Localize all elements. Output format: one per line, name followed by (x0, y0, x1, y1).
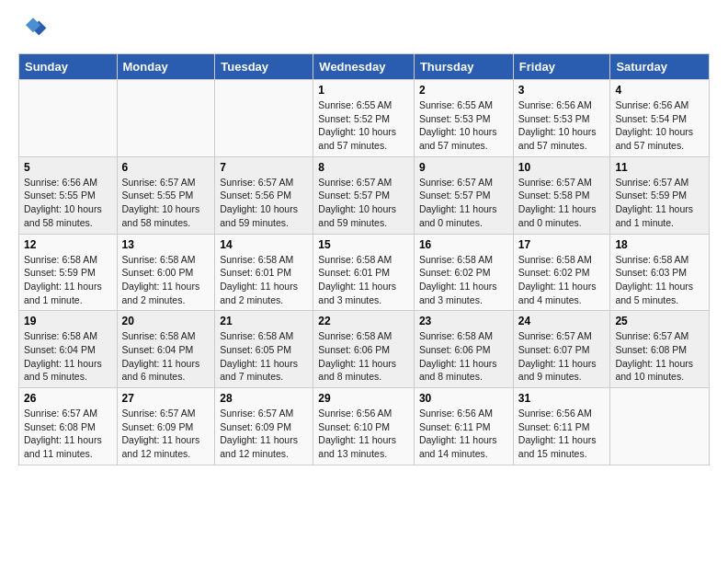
day-info: Sunrise: 6:57 AM Sunset: 6:08 PM Dayligh… (24, 407, 112, 461)
day-info: Sunrise: 6:57 AM Sunset: 5:59 PM Dayligh… (615, 176, 704, 230)
day-number: 21 (220, 315, 308, 327)
day-info: Sunrise: 6:56 AM Sunset: 6:10 PM Dayligh… (318, 407, 409, 461)
day-info: Sunrise: 6:58 AM Sunset: 5:59 PM Dayligh… (24, 253, 112, 307)
day-info: Sunrise: 6:56 AM Sunset: 6:11 PM Dayligh… (419, 407, 508, 461)
day-info: Sunrise: 6:58 AM Sunset: 6:04 PM Dayligh… (122, 329, 210, 384)
day-number: 10 (518, 161, 606, 174)
day-info: Sunrise: 6:56 AM Sunset: 6:11 PM Dayligh… (518, 407, 606, 461)
day-info: Sunrise: 6:57 AM Sunset: 6:09 PM Dayligh… (220, 407, 308, 461)
calendar-cell: 3Sunrise: 6:56 AM Sunset: 5:53 PM Daylig… (513, 80, 610, 157)
calendar-cell: 2Sunrise: 6:55 AM Sunset: 5:53 PM Daylig… (414, 80, 513, 157)
day-number: 27 (122, 392, 210, 405)
day-info: Sunrise: 6:57 AM Sunset: 5:55 PM Dayligh… (122, 176, 210, 230)
weekday-header-sunday: Sunday (19, 54, 118, 80)
calendar-cell: 28Sunrise: 6:57 AM Sunset: 6:09 PM Dayli… (215, 388, 313, 465)
day-info: Sunrise: 6:57 AM Sunset: 6:09 PM Dayligh… (122, 407, 210, 461)
calendar-cell: 10Sunrise: 6:57 AM Sunset: 5:58 PM Dayli… (513, 156, 610, 234)
weekday-header-tuesday: Tuesday (215, 54, 313, 80)
day-number: 28 (220, 392, 308, 405)
day-number: 23 (419, 315, 508, 327)
calendar-cell: 17Sunrise: 6:58 AM Sunset: 6:02 PM Dayli… (513, 234, 610, 311)
calendar-week-5: 26Sunrise: 6:57 AM Sunset: 6:08 PM Dayli… (19, 388, 710, 465)
calendar-cell: 5Sunrise: 6:56 AM Sunset: 5:55 PM Daylig… (19, 156, 118, 234)
day-number: 13 (122, 238, 210, 251)
day-number: 11 (615, 161, 704, 174)
calendar-cell: 4Sunrise: 6:56 AM Sunset: 5:54 PM Daylig… (610, 80, 710, 157)
day-number: 2 (419, 84, 508, 97)
day-info: Sunrise: 6:57 AM Sunset: 5:58 PM Dayligh… (518, 176, 606, 230)
day-info: Sunrise: 6:57 AM Sunset: 6:07 PM Dayligh… (518, 329, 606, 384)
calendar-cell: 23Sunrise: 6:58 AM Sunset: 6:06 PM Dayli… (414, 311, 513, 388)
day-info: Sunrise: 6:56 AM Sunset: 5:54 PM Dayligh… (615, 98, 704, 153)
calendar-cell: 19Sunrise: 6:58 AM Sunset: 6:04 PM Dayli… (19, 311, 118, 388)
day-info: Sunrise: 6:58 AM Sunset: 6:02 PM Dayligh… (518, 253, 606, 307)
day-number: 20 (122, 315, 210, 327)
day-info: Sunrise: 6:56 AM Sunset: 5:55 PM Dayligh… (24, 176, 112, 230)
day-info: Sunrise: 6:58 AM Sunset: 6:02 PM Dayligh… (419, 253, 508, 307)
day-number: 25 (615, 315, 704, 327)
calendar-cell: 14Sunrise: 6:58 AM Sunset: 6:01 PM Dayli… (215, 234, 313, 311)
day-number: 31 (518, 392, 606, 405)
calendar-cell: 15Sunrise: 6:58 AM Sunset: 6:01 PM Dayli… (313, 234, 415, 311)
calendar-cell: 13Sunrise: 6:58 AM Sunset: 6:00 PM Dayli… (117, 234, 215, 311)
calendar-cell (215, 80, 313, 157)
day-number: 1 (318, 84, 409, 97)
calendar-week-4: 19Sunrise: 6:58 AM Sunset: 6:04 PM Dayli… (19, 311, 710, 388)
calendar-cell: 29Sunrise: 6:56 AM Sunset: 6:10 PM Dayli… (313, 388, 415, 465)
day-info: Sunrise: 6:58 AM Sunset: 6:01 PM Dayligh… (220, 253, 308, 307)
weekday-header-friday: Friday (513, 54, 610, 80)
day-info: Sunrise: 6:58 AM Sunset: 6:03 PM Dayligh… (615, 253, 704, 307)
calendar-cell: 8Sunrise: 6:57 AM Sunset: 5:57 PM Daylig… (313, 156, 415, 234)
day-number: 3 (518, 84, 606, 97)
weekday-header-monday: Monday (117, 54, 215, 80)
day-number: 15 (318, 238, 409, 251)
day-number: 5 (24, 161, 112, 174)
logo-icon (18, 15, 48, 44)
calendar-cell: 16Sunrise: 6:58 AM Sunset: 6:02 PM Dayli… (414, 234, 513, 311)
day-number: 29 (318, 392, 409, 405)
calendar-cell: 31Sunrise: 6:56 AM Sunset: 6:11 PM Dayli… (513, 388, 610, 465)
calendar-cell (19, 80, 118, 157)
calendar-cell: 7Sunrise: 6:57 AM Sunset: 5:56 PM Daylig… (215, 156, 313, 234)
day-number: 16 (419, 238, 508, 251)
calendar-cell: 11Sunrise: 6:57 AM Sunset: 5:59 PM Dayli… (610, 156, 710, 234)
calendar-cell: 27Sunrise: 6:57 AM Sunset: 6:09 PM Dayli… (117, 388, 215, 465)
day-info: Sunrise: 6:57 AM Sunset: 5:57 PM Dayligh… (318, 176, 409, 230)
logo (18, 15, 51, 44)
day-info: Sunrise: 6:58 AM Sunset: 6:06 PM Dayligh… (419, 329, 508, 384)
day-info: Sunrise: 6:57 AM Sunset: 5:56 PM Dayligh… (220, 176, 308, 230)
weekday-header-wednesday: Wednesday (313, 54, 415, 80)
day-number: 12 (24, 238, 112, 251)
day-number: 24 (518, 315, 606, 327)
calendar-cell: 26Sunrise: 6:57 AM Sunset: 6:08 PM Dayli… (19, 388, 118, 465)
calendar-cell: 12Sunrise: 6:58 AM Sunset: 5:59 PM Dayli… (19, 234, 118, 311)
calendar-cell: 6Sunrise: 6:57 AM Sunset: 5:55 PM Daylig… (117, 156, 215, 234)
calendar-cell: 30Sunrise: 6:56 AM Sunset: 6:11 PM Dayli… (414, 388, 513, 465)
calendar-cell: 21Sunrise: 6:58 AM Sunset: 6:05 PM Dayli… (215, 311, 313, 388)
calendar-week-3: 12Sunrise: 6:58 AM Sunset: 5:59 PM Dayli… (19, 234, 710, 311)
day-info: Sunrise: 6:58 AM Sunset: 6:01 PM Dayligh… (318, 253, 409, 307)
day-number: 6 (122, 161, 210, 174)
day-number: 17 (518, 238, 606, 251)
day-info: Sunrise: 6:57 AM Sunset: 6:08 PM Dayligh… (615, 329, 704, 384)
day-number: 14 (220, 238, 308, 251)
day-number: 7 (220, 161, 308, 174)
calendar-cell (610, 388, 710, 465)
day-number: 8 (318, 161, 409, 174)
day-info: Sunrise: 6:58 AM Sunset: 6:00 PM Dayligh… (122, 253, 210, 307)
day-number: 22 (318, 315, 409, 327)
calendar-cell: 22Sunrise: 6:58 AM Sunset: 6:06 PM Dayli… (313, 311, 415, 388)
day-info: Sunrise: 6:55 AM Sunset: 5:53 PM Dayligh… (419, 98, 508, 153)
calendar-cell: 1Sunrise: 6:55 AM Sunset: 5:52 PM Daylig… (313, 80, 415, 157)
weekday-header-thursday: Thursday (414, 54, 513, 80)
day-info: Sunrise: 6:56 AM Sunset: 5:53 PM Dayligh… (518, 98, 606, 153)
day-info: Sunrise: 6:57 AM Sunset: 5:57 PM Dayligh… (419, 176, 508, 230)
calendar-cell: 25Sunrise: 6:57 AM Sunset: 6:08 PM Dayli… (610, 311, 710, 388)
page-header (18, 15, 710, 44)
day-number: 30 (419, 392, 508, 405)
calendar-cell: 24Sunrise: 6:57 AM Sunset: 6:07 PM Dayli… (513, 311, 610, 388)
calendar-table: SundayMondayTuesdayWednesdayThursdayFrid… (18, 53, 710, 465)
calendar-week-2: 5Sunrise: 6:56 AM Sunset: 5:55 PM Daylig… (19, 156, 710, 234)
day-info: Sunrise: 6:58 AM Sunset: 6:05 PM Dayligh… (220, 329, 308, 384)
day-number: 18 (615, 238, 704, 251)
